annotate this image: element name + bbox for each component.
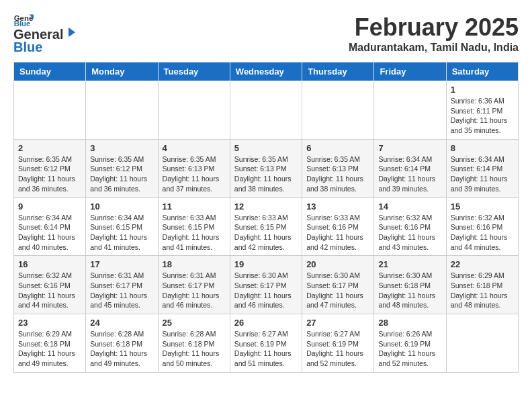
day-info: Sunrise: 6:33 AM Sunset: 6:15 PM Dayligh…: [234, 213, 298, 253]
day-info: Sunrise: 6:32 AM Sunset: 6:16 PM Dayligh…: [451, 213, 514, 253]
day-number: 11: [163, 201, 226, 212]
day-number: 24: [90, 318, 153, 328]
day-info: Sunrise: 6:34 AM Sunset: 6:15 PM Dayligh…: [90, 213, 153, 253]
logo-icon: General Blue: [13, 13, 34, 27]
day-number: 5: [234, 143, 298, 153]
day-info: Sunrise: 6:35 AM Sunset: 6:13 PM Dayligh…: [234, 154, 298, 194]
day-info: Sunrise: 6:32 AM Sunset: 6:16 PM Dayligh…: [378, 213, 441, 253]
day-number: 26: [234, 318, 298, 328]
svg-text:Blue: Blue: [14, 19, 31, 27]
day-info: Sunrise: 6:34 AM Sunset: 6:14 PM Dayligh…: [451, 154, 514, 194]
location: Madurantakam, Tamil Nadu, India: [349, 42, 519, 54]
day-info: Sunrise: 6:35 AM Sunset: 6:13 PM Dayligh…: [163, 154, 226, 194]
calendar-cell: 20Sunrise: 6:30 AM Sunset: 6:17 PM Dayli…: [302, 256, 374, 314]
day-number: 9: [18, 201, 81, 212]
calendar-cell: 3Sunrise: 6:35 AM Sunset: 6:12 PM Daylig…: [86, 139, 158, 197]
calendar-cell: 7Sunrise: 6:34 AM Sunset: 6:14 PM Daylig…: [374, 139, 446, 197]
title-block: February 2025 Madurantakam, Tamil Nadu, …: [349, 13, 519, 54]
calendar-header-row: SundayMondayTuesdayWednesdayThursdayFrid…: [14, 62, 519, 81]
day-number: 18: [163, 259, 226, 269]
column-header-tuesday: Tuesday: [158, 62, 230, 81]
day-info: Sunrise: 6:35 AM Sunset: 6:12 PM Dayligh…: [90, 154, 153, 194]
calendar-cell: 24Sunrise: 6:28 AM Sunset: 6:18 PM Dayli…: [86, 314, 158, 373]
calendar-cell: 16Sunrise: 6:32 AM Sunset: 6:16 PM Dayli…: [14, 256, 86, 314]
week-row-1: 1Sunrise: 6:36 AM Sunset: 6:11 PM Daylig…: [14, 81, 519, 140]
calendar-cell: 27Sunrise: 6:27 AM Sunset: 6:19 PM Dayli…: [302, 314, 374, 373]
day-number: 22: [451, 259, 514, 269]
day-number: 14: [378, 201, 441, 212]
day-number: 7: [378, 143, 441, 153]
calendar-cell: 19Sunrise: 6:30 AM Sunset: 6:17 PM Dayli…: [230, 256, 302, 314]
calendar-cell: 25Sunrise: 6:28 AM Sunset: 6:18 PM Dayli…: [158, 314, 230, 373]
week-row-3: 9Sunrise: 6:34 AM Sunset: 6:14 PM Daylig…: [14, 197, 519, 256]
day-info: Sunrise: 6:30 AM Sunset: 6:18 PM Dayligh…: [378, 271, 441, 310]
day-number: 20: [306, 259, 369, 269]
day-info: Sunrise: 6:34 AM Sunset: 6:14 PM Dayligh…: [378, 154, 441, 194]
day-info: Sunrise: 6:36 AM Sunset: 6:11 PM Dayligh…: [451, 96, 514, 136]
day-info: Sunrise: 6:31 AM Sunset: 6:17 PM Dayligh…: [90, 271, 153, 310]
column-header-monday: Monday: [86, 62, 158, 81]
day-number: 6: [306, 143, 369, 153]
calendar-cell: 2Sunrise: 6:35 AM Sunset: 6:12 PM Daylig…: [14, 139, 86, 197]
column-header-wednesday: Wednesday: [230, 62, 302, 81]
calendar-cell: 23Sunrise: 6:29 AM Sunset: 6:18 PM Dayli…: [14, 314, 86, 373]
calendar-cell: 13Sunrise: 6:33 AM Sunset: 6:16 PM Dayli…: [302, 197, 374, 256]
week-row-2: 2Sunrise: 6:35 AM Sunset: 6:12 PM Daylig…: [14, 139, 519, 197]
day-number: 8: [451, 143, 514, 153]
header: General Blue General Blue February 2025 …: [13, 13, 519, 55]
calendar-cell: [230, 81, 302, 140]
month-title: February 2025: [349, 13, 519, 42]
week-row-4: 16Sunrise: 6:32 AM Sunset: 6:16 PM Dayli…: [14, 256, 519, 314]
calendar-cell: 15Sunrise: 6:32 AM Sunset: 6:16 PM Dayli…: [446, 197, 518, 256]
day-info: Sunrise: 6:35 AM Sunset: 6:12 PM Dayligh…: [18, 154, 81, 194]
column-header-saturday: Saturday: [446, 62, 518, 81]
calendar-cell: 26Sunrise: 6:27 AM Sunset: 6:19 PM Dayli…: [230, 314, 302, 373]
day-info: Sunrise: 6:28 AM Sunset: 6:18 PM Dayligh…: [90, 329, 153, 369]
calendar-cell: [86, 81, 158, 140]
calendar-cell: 10Sunrise: 6:34 AM Sunset: 6:15 PM Dayli…: [86, 197, 158, 256]
column-header-sunday: Sunday: [14, 62, 86, 81]
day-number: 13: [306, 201, 369, 212]
calendar: SundayMondayTuesdayWednesdayThursdayFrid…: [13, 62, 519, 373]
day-info: Sunrise: 6:33 AM Sunset: 6:15 PM Dayligh…: [163, 213, 226, 253]
day-info: Sunrise: 6:27 AM Sunset: 6:19 PM Dayligh…: [306, 329, 369, 369]
day-number: 15: [451, 201, 514, 212]
calendar-cell: 22Sunrise: 6:29 AM Sunset: 6:18 PM Dayli…: [446, 256, 518, 314]
column-header-thursday: Thursday: [302, 62, 374, 81]
calendar-cell: [302, 81, 374, 140]
calendar-cell: 21Sunrise: 6:30 AM Sunset: 6:18 PM Dayli…: [374, 256, 446, 314]
day-number: 10: [90, 201, 153, 212]
day-info: Sunrise: 6:30 AM Sunset: 6:17 PM Dayligh…: [306, 271, 369, 310]
calendar-cell: 28Sunrise: 6:26 AM Sunset: 6:19 PM Dayli…: [374, 314, 446, 373]
day-number: 3: [90, 143, 153, 153]
calendar-cell: 17Sunrise: 6:31 AM Sunset: 6:17 PM Dayli…: [86, 256, 158, 314]
calendar-cell: 12Sunrise: 6:33 AM Sunset: 6:15 PM Dayli…: [230, 197, 302, 256]
day-info: Sunrise: 6:27 AM Sunset: 6:19 PM Dayligh…: [234, 329, 298, 369]
day-number: 4: [163, 143, 226, 153]
calendar-cell: [446, 314, 518, 373]
day-number: 12: [234, 201, 298, 212]
day-info: Sunrise: 6:29 AM Sunset: 6:18 PM Dayligh…: [451, 271, 514, 310]
day-number: 17: [90, 259, 153, 269]
calendar-cell: 5Sunrise: 6:35 AM Sunset: 6:13 PM Daylig…: [230, 139, 302, 197]
day-number: 2: [18, 143, 81, 153]
week-row-5: 23Sunrise: 6:29 AM Sunset: 6:18 PM Dayli…: [14, 314, 519, 373]
day-info: Sunrise: 6:33 AM Sunset: 6:16 PM Dayligh…: [306, 213, 369, 253]
page: General Blue General Blue February 2025 …: [0, 0, 532, 379]
day-info: Sunrise: 6:34 AM Sunset: 6:14 PM Dayligh…: [18, 213, 81, 253]
calendar-cell: [14, 81, 86, 140]
calendar-cell: 1Sunrise: 6:36 AM Sunset: 6:11 PM Daylig…: [446, 81, 518, 140]
day-number: 16: [18, 259, 81, 269]
calendar-cell: 4Sunrise: 6:35 AM Sunset: 6:13 PM Daylig…: [158, 139, 230, 197]
day-number: 25: [163, 318, 226, 328]
day-number: 23: [18, 318, 81, 328]
day-number: 1: [451, 85, 514, 95]
calendar-cell: 14Sunrise: 6:32 AM Sunset: 6:16 PM Dayli…: [374, 197, 446, 256]
logo-arrow-icon: [64, 26, 77, 38]
day-info: Sunrise: 6:35 AM Sunset: 6:13 PM Dayligh…: [306, 154, 369, 194]
column-header-friday: Friday: [374, 62, 446, 81]
day-info: Sunrise: 6:32 AM Sunset: 6:16 PM Dayligh…: [18, 271, 81, 310]
day-info: Sunrise: 6:31 AM Sunset: 6:17 PM Dayligh…: [163, 271, 226, 310]
calendar-cell: 18Sunrise: 6:31 AM Sunset: 6:17 PM Dayli…: [158, 256, 230, 314]
day-info: Sunrise: 6:30 AM Sunset: 6:17 PM Dayligh…: [234, 271, 298, 310]
